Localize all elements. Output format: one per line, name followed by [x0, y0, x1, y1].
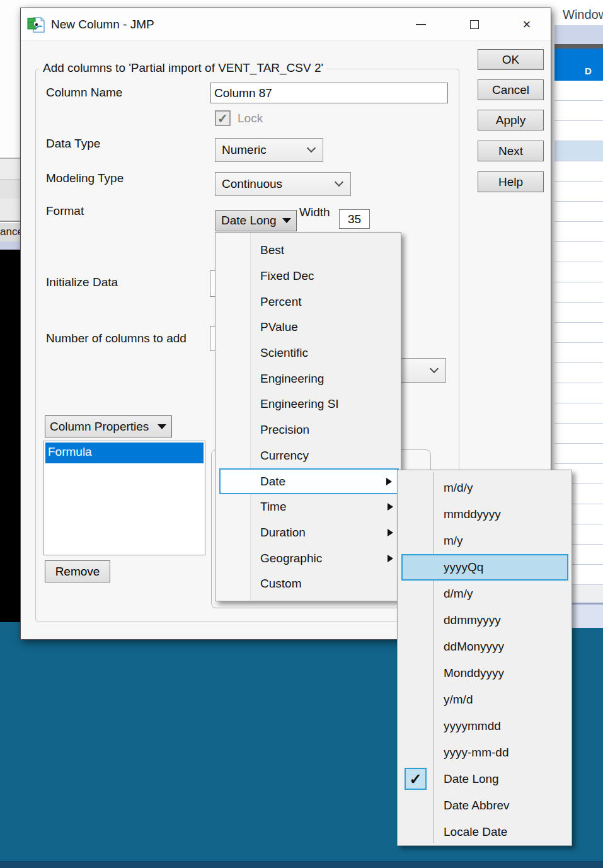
submenu-arrow-icon [388, 529, 393, 536]
menu-item-label: m/d/y [444, 481, 473, 495]
ok-button[interactable]: OK [478, 49, 544, 70]
help-button[interactable]: Help [478, 171, 544, 192]
date-submenu-item[interactable]: Locale Date [398, 819, 571, 845]
date-submenu-item[interactable]: Date Abbrev [398, 792, 571, 819]
table-row[interactable] [554, 121, 603, 141]
menu-item-label: Date [260, 475, 285, 489]
menu-item-label: Custom [260, 577, 301, 591]
chevron-down-icon [430, 364, 439, 373]
groupbox-title: Add columns to 'Partial import of VENT_T… [40, 61, 326, 75]
format-menu-item[interactable]: Precision [215, 417, 401, 443]
next-button[interactable]: Next [478, 141, 544, 161]
format-menu-item[interactable]: Best [215, 238, 401, 263]
table-row[interactable] [554, 363, 603, 383]
date-submenu-item[interactable]: yyyy-mm-dd [398, 739, 571, 766]
format-menu-item[interactable]: Currency [215, 443, 401, 469]
table-row[interactable] [554, 182, 603, 202]
table-row[interactable] [554, 101, 603, 121]
maximize-icon [470, 20, 479, 29]
modeling-type-select[interactable]: Continuous [215, 172, 351, 196]
apply-button[interactable]: Apply [478, 110, 544, 130]
menu-item-label: Engineering SI [260, 397, 339, 411]
table-row[interactable] [554, 81, 603, 101]
date-submenu-item[interactable]: m/y [398, 528, 571, 554]
background-strip [0, 158, 21, 179]
list-item-formula-selected[interactable]: Formula [45, 443, 204, 463]
format-menu-item[interactable]: Date [219, 468, 399, 494]
format-menu-item[interactable]: PValue [215, 315, 401, 340]
column-name-input[interactable] [210, 83, 448, 103]
data-type-select[interactable]: Numeric [215, 138, 323, 162]
table-row[interactable] [554, 222, 603, 242]
close-icon: × [523, 18, 531, 32]
date-submenu-item[interactable]: yyyymmdd [398, 713, 571, 739]
format-menu-item[interactable]: Custom [215, 571, 401, 597]
background-strip [0, 199, 21, 222]
menu-item-label: PValue [260, 320, 298, 334]
table-row[interactable] [554, 303, 603, 323]
menu-item-label: yyyymmdd [444, 719, 501, 733]
modeling-type-value: Continuous [222, 177, 282, 191]
format-menu-item[interactable]: Fixed Dec [215, 263, 401, 289]
background-partial-button[interactable]: ance [0, 223, 21, 241]
format-menu-item[interactable]: Scientific [215, 340, 401, 366]
date-submenu-item[interactable]: Monddyyyy [398, 660, 571, 686]
date-submenu-item[interactable]: d/m/y [398, 581, 571, 607]
table-row[interactable] [554, 202, 603, 222]
minimize-button[interactable] [405, 14, 437, 35]
format-dropdown-button[interactable]: Date Long [215, 210, 297, 231]
table-header-band: D [554, 49, 603, 81]
table-row[interactable] [554, 242, 603, 262]
date-submenu-item[interactable]: mmddyyyy [398, 501, 571, 528]
maximize-button[interactable] [459, 14, 490, 35]
format-menu-item[interactable]: Duration [215, 520, 401, 546]
date-submenu-item[interactable]: Date Long [398, 766, 571, 792]
menu-item-label: yyyy-mm-dd [444, 746, 508, 760]
date-submenu-item[interactable]: m/d/y [398, 475, 571, 501]
width-input[interactable] [339, 209, 370, 229]
background-partial-button-label: ance [0, 226, 21, 238]
table-row[interactable] [554, 424, 603, 444]
column-properties-button[interactable]: Column Properties [45, 415, 172, 437]
date-submenu-item[interactable]: yyyyQq [401, 554, 568, 581]
submenu-arrow-icon [388, 503, 393, 511]
column-properties-label: Column Properties [50, 420, 149, 434]
table-row[interactable] [554, 403, 603, 424]
column-name-label: Column Name [46, 86, 122, 100]
background-toolbar-strip [554, 25, 603, 44]
table-row[interactable] [554, 161, 603, 182]
table-row[interactable] [554, 282, 603, 303]
format-menu-item[interactable]: Engineering [215, 366, 401, 391]
data-type-value: Numeric [222, 143, 267, 157]
format-menu-item[interactable]: Percent [215, 289, 401, 315]
table-row[interactable] [554, 343, 603, 363]
window-menu-label[interactable]: Window [563, 8, 603, 22]
cancel-button[interactable]: Cancel [478, 79, 544, 100]
column-properties-list[interactable]: Formula [43, 441, 205, 555]
date-submenu-item[interactable]: ddmmyyyy [398, 607, 571, 634]
menu-item-label: Precision [260, 423, 309, 437]
modeling-type-label: Modeling Type [46, 171, 123, 185]
table-row[interactable] [554, 323, 603, 343]
menu-item-label: Scientific [260, 346, 308, 360]
num-columns-label: Number of columns to add [46, 332, 187, 345]
date-submenu-item[interactable]: ddMonyyyy [398, 634, 571, 660]
menu-item-label: Engineering [260, 372, 324, 386]
lock-checkbox[interactable] [215, 110, 231, 126]
format-menu-item[interactable]: Time [215, 494, 401, 520]
dialog-titlebar[interactable]: New Column - JMP × [21, 8, 551, 41]
format-menu-item[interactable]: Engineering SI [215, 391, 401, 417]
close-button[interactable]: × [511, 14, 543, 35]
chevron-down-icon [307, 144, 316, 153]
menu-item-label: d/m/y [444, 587, 473, 601]
table-row[interactable] [554, 444, 603, 464]
table-row[interactable] [554, 383, 603, 403]
format-menu-item[interactable]: Geographic [215, 545, 401, 571]
background-divider-strip [554, 44, 603, 49]
table-row[interactable] [554, 262, 603, 282]
date-submenu-item[interactable]: y/m/d [398, 686, 571, 713]
table-row[interactable] [554, 141, 603, 161]
menu-item-label: m/y [444, 534, 463, 548]
remove-button[interactable]: Remove [45, 560, 110, 582]
menu-item-label: Percent [260, 295, 301, 309]
